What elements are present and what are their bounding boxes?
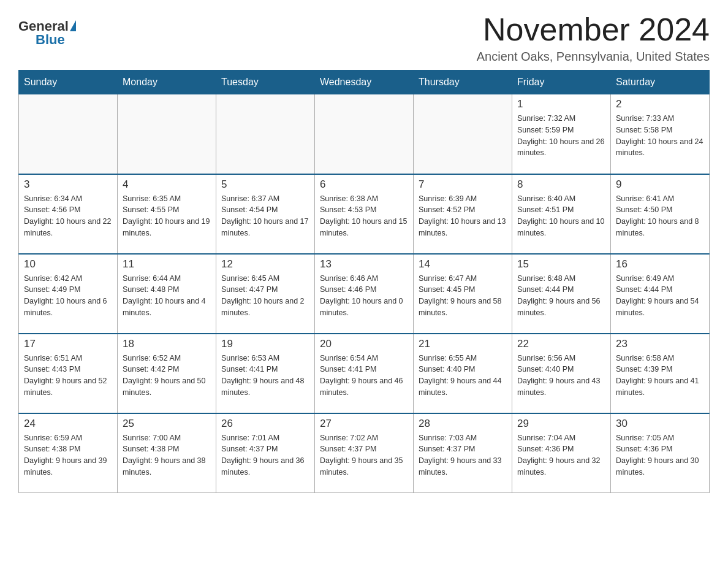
calendar-cell: 27Sunrise: 7:02 AM Sunset: 4:37 PM Dayli… <box>315 413 414 493</box>
day-info: Sunrise: 6:55 AM Sunset: 4:40 PM Dayligh… <box>419 353 507 399</box>
calendar-week-row: 1Sunrise: 7:32 AM Sunset: 5:59 PM Daylig… <box>19 94 710 174</box>
day-info: Sunrise: 6:59 AM Sunset: 4:38 PM Dayligh… <box>24 432 112 478</box>
calendar-cell <box>19 94 118 174</box>
day-info: Sunrise: 6:40 AM Sunset: 4:51 PM Dayligh… <box>517 193 605 239</box>
month-title: November 2024 <box>477 12 710 47</box>
calendar-cell: 11Sunrise: 6:44 AM Sunset: 4:48 PM Dayli… <box>118 254 216 334</box>
calendar-week-row: 3Sunrise: 6:34 AM Sunset: 4:56 PM Daylig… <box>19 174 710 254</box>
calendar-cell: 6Sunrise: 6:38 AM Sunset: 4:53 PM Daylig… <box>315 174 414 254</box>
day-number: 10 <box>24 258 112 270</box>
calendar-cell: 26Sunrise: 7:01 AM Sunset: 4:37 PM Dayli… <box>216 413 315 493</box>
day-number: 29 <box>517 418 605 430</box>
day-number: 18 <box>123 338 211 350</box>
day-number: 28 <box>419 418 507 430</box>
day-number: 4 <box>123 178 211 191</box>
day-number: 24 <box>24 418 112 430</box>
calendar-cell: 28Sunrise: 7:03 AM Sunset: 4:37 PM Dayli… <box>414 413 512 493</box>
day-number: 26 <box>221 418 309 430</box>
calendar-cell: 20Sunrise: 6:54 AM Sunset: 4:41 PM Dayli… <box>315 334 414 413</box>
day-info: Sunrise: 6:54 AM Sunset: 4:41 PM Dayligh… <box>320 353 408 399</box>
calendar-cell: 23Sunrise: 6:58 AM Sunset: 4:39 PM Dayli… <box>611 334 710 413</box>
day-number: 16 <box>616 258 704 270</box>
calendar-cell <box>315 94 414 174</box>
calendar-table: SundayMondayTuesdayWednesdayThursdayFrid… <box>18 70 710 493</box>
day-number: 9 <box>616 178 704 191</box>
day-number: 8 <box>517 178 605 191</box>
day-info: Sunrise: 6:52 AM Sunset: 4:42 PM Dayligh… <box>123 353 211 399</box>
weekday-header-monday: Monday <box>118 71 216 94</box>
calendar-cell: 4Sunrise: 6:35 AM Sunset: 4:55 PM Daylig… <box>118 174 216 254</box>
day-info: Sunrise: 6:51 AM Sunset: 4:43 PM Dayligh… <box>24 353 112 399</box>
day-info: Sunrise: 6:34 AM Sunset: 4:56 PM Dayligh… <box>24 193 112 239</box>
day-info: Sunrise: 7:02 AM Sunset: 4:37 PM Dayligh… <box>320 432 408 478</box>
day-number: 2 <box>616 98 704 110</box>
weekday-header-friday: Friday <box>512 71 611 94</box>
day-info: Sunrise: 6:37 AM Sunset: 4:54 PM Dayligh… <box>221 193 309 239</box>
day-number: 19 <box>221 338 309 350</box>
weekday-header-tuesday: Tuesday <box>216 71 315 94</box>
calendar-cell: 15Sunrise: 6:48 AM Sunset: 4:44 PM Dayli… <box>512 254 611 334</box>
calendar-cell: 25Sunrise: 7:00 AM Sunset: 4:38 PM Dayli… <box>118 413 216 493</box>
title-section: November 2024 Ancient Oaks, Pennsylvania… <box>477 12 710 64</box>
day-number: 14 <box>419 258 507 270</box>
day-info: Sunrise: 7:32 AM Sunset: 5:59 PM Dayligh… <box>517 113 605 159</box>
weekday-header-saturday: Saturday <box>611 71 710 94</box>
calendar-cell: 9Sunrise: 6:41 AM Sunset: 4:50 PM Daylig… <box>611 174 710 254</box>
calendar-cell: 21Sunrise: 6:55 AM Sunset: 4:40 PM Dayli… <box>414 334 512 413</box>
day-info: Sunrise: 6:38 AM Sunset: 4:53 PM Dayligh… <box>320 193 408 239</box>
day-number: 12 <box>221 258 309 270</box>
day-info: Sunrise: 6:41 AM Sunset: 4:50 PM Dayligh… <box>616 193 704 239</box>
logo-blue-text: Blue <box>36 32 65 48</box>
day-number: 11 <box>123 258 211 270</box>
calendar-cell <box>216 94 315 174</box>
day-info: Sunrise: 7:04 AM Sunset: 4:36 PM Dayligh… <box>517 432 605 478</box>
calendar-cell: 18Sunrise: 6:52 AM Sunset: 4:42 PM Dayli… <box>118 334 216 413</box>
calendar-week-row: 17Sunrise: 6:51 AM Sunset: 4:43 PM Dayli… <box>19 334 710 413</box>
day-number: 21 <box>419 338 507 350</box>
day-info: Sunrise: 7:33 AM Sunset: 5:58 PM Dayligh… <box>616 113 704 159</box>
day-number: 25 <box>123 418 211 430</box>
calendar-cell: 30Sunrise: 7:05 AM Sunset: 4:36 PM Dayli… <box>611 413 710 493</box>
calendar-cell: 29Sunrise: 7:04 AM Sunset: 4:36 PM Dayli… <box>512 413 611 493</box>
day-number: 13 <box>320 258 408 270</box>
calendar-cell: 12Sunrise: 6:45 AM Sunset: 4:47 PM Dayli… <box>216 254 315 334</box>
day-info: Sunrise: 6:42 AM Sunset: 4:49 PM Dayligh… <box>24 273 112 319</box>
calendar-cell <box>414 94 512 174</box>
calendar-cell: 3Sunrise: 6:34 AM Sunset: 4:56 PM Daylig… <box>19 174 118 254</box>
weekday-header-thursday: Thursday <box>414 71 512 94</box>
calendar-week-row: 24Sunrise: 6:59 AM Sunset: 4:38 PM Dayli… <box>19 413 710 493</box>
day-info: Sunrise: 6:46 AM Sunset: 4:46 PM Dayligh… <box>320 273 408 319</box>
weekday-header-sunday: Sunday <box>19 71 118 94</box>
calendar-cell: 1Sunrise: 7:32 AM Sunset: 5:59 PM Daylig… <box>512 94 611 174</box>
day-number: 1 <box>517 98 605 110</box>
day-info: Sunrise: 7:03 AM Sunset: 4:37 PM Dayligh… <box>419 432 507 478</box>
day-info: Sunrise: 6:39 AM Sunset: 4:52 PM Dayligh… <box>419 193 507 239</box>
day-info: Sunrise: 6:47 AM Sunset: 4:45 PM Dayligh… <box>419 273 507 319</box>
day-info: Sunrise: 6:53 AM Sunset: 4:41 PM Dayligh… <box>221 353 309 399</box>
day-info: Sunrise: 6:44 AM Sunset: 4:48 PM Dayligh… <box>123 273 211 319</box>
day-number: 27 <box>320 418 408 430</box>
calendar-cell: 19Sunrise: 6:53 AM Sunset: 4:41 PM Dayli… <box>216 334 315 413</box>
day-number: 22 <box>517 338 605 350</box>
calendar-cell: 22Sunrise: 6:56 AM Sunset: 4:40 PM Dayli… <box>512 334 611 413</box>
day-number: 20 <box>320 338 408 350</box>
calendar-cell: 8Sunrise: 6:40 AM Sunset: 4:51 PM Daylig… <box>512 174 611 254</box>
page-header: General Blue November 2024 Ancient Oaks,… <box>18 12 710 64</box>
logo-triangle-icon <box>70 20 76 31</box>
calendar-cell: 2Sunrise: 7:33 AM Sunset: 5:58 PM Daylig… <box>611 94 710 174</box>
day-info: Sunrise: 7:00 AM Sunset: 4:38 PM Dayligh… <box>123 432 211 478</box>
day-info: Sunrise: 7:05 AM Sunset: 4:36 PM Dayligh… <box>616 432 704 478</box>
calendar-cell: 7Sunrise: 6:39 AM Sunset: 4:52 PM Daylig… <box>414 174 512 254</box>
logo: General Blue <box>18 18 76 48</box>
day-info: Sunrise: 7:01 AM Sunset: 4:37 PM Dayligh… <box>221 432 309 478</box>
calendar-cell: 5Sunrise: 6:37 AM Sunset: 4:54 PM Daylig… <box>216 174 315 254</box>
calendar-cell: 13Sunrise: 6:46 AM Sunset: 4:46 PM Dayli… <box>315 254 414 334</box>
calendar-cell <box>118 94 216 174</box>
day-number: 6 <box>320 178 408 191</box>
calendar-week-row: 10Sunrise: 6:42 AM Sunset: 4:49 PM Dayli… <box>19 254 710 334</box>
day-info: Sunrise: 6:48 AM Sunset: 4:44 PM Dayligh… <box>517 273 605 319</box>
day-number: 17 <box>24 338 112 350</box>
day-number: 30 <box>616 418 704 430</box>
calendar-cell: 24Sunrise: 6:59 AM Sunset: 4:38 PM Dayli… <box>19 413 118 493</box>
day-info: Sunrise: 6:45 AM Sunset: 4:47 PM Dayligh… <box>221 273 309 319</box>
